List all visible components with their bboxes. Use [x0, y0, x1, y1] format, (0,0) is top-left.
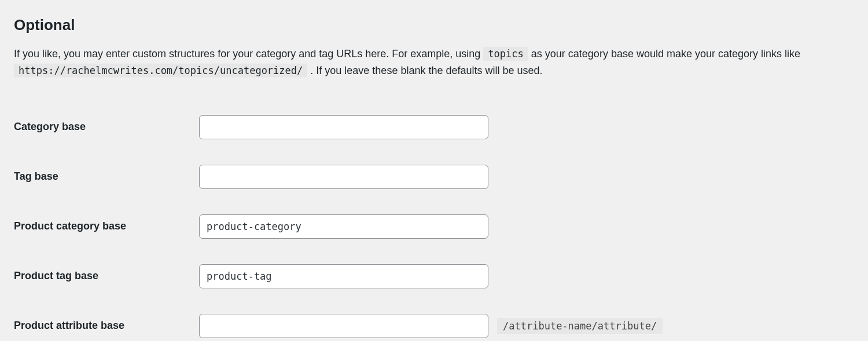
description-text-2: as your category base would make your ca…	[531, 48, 800, 60]
description-code-url: https://rachelmcwrites.com/topics/uncate…	[14, 64, 307, 77]
product-attribute-base-label: Product attribute base	[14, 301, 199, 341]
description-code-topics: topics	[483, 47, 528, 61]
section-description: If you like, you may enter custom struct…	[14, 46, 854, 79]
description-text-3: . If you leave these blank the defaults …	[310, 65, 542, 76]
category-base-label: Category base	[14, 102, 199, 152]
product-attribute-base-input[interactable]	[199, 314, 488, 338]
product-category-base-label: Product category base	[14, 202, 199, 251]
section-heading: Optional	[14, 14, 854, 36]
tag-base-input[interactable]	[199, 165, 488, 189]
description-text-1: If you like, you may enter custom struct…	[14, 48, 483, 60]
product-attribute-suffix: /attribute-name/attribute/	[497, 318, 663, 334]
category-base-input[interactable]	[199, 115, 488, 139]
optional-form-table: Category base Tag base Product category …	[14, 102, 854, 341]
product-category-base-input[interactable]	[199, 214, 488, 239]
product-tag-base-input[interactable]	[199, 264, 488, 288]
product-tag-base-label: Product tag base	[14, 251, 199, 301]
tag-base-label: Tag base	[14, 152, 199, 202]
